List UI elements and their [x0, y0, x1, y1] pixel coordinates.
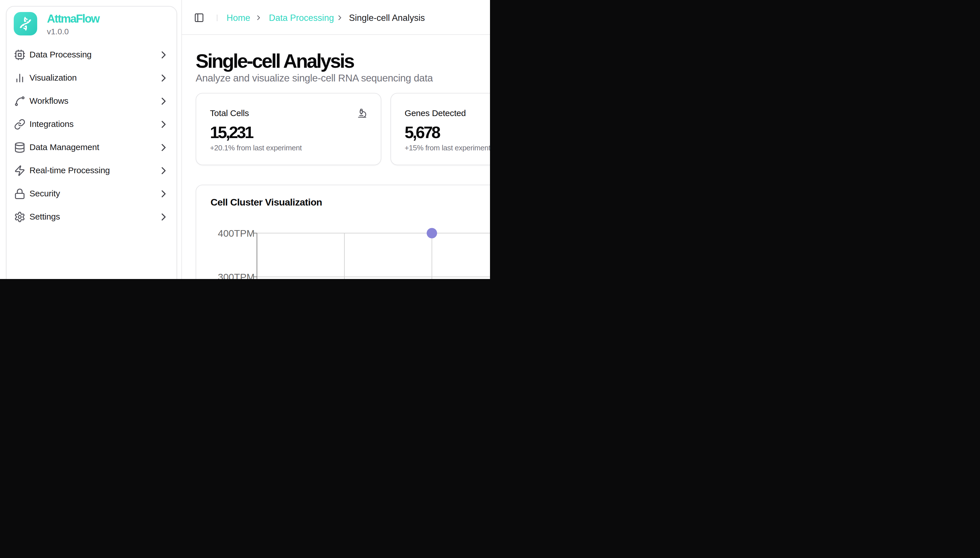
- svg-text:400TPM: 400TPM: [218, 228, 255, 239]
- svg-text:300TPM: 300TPM: [218, 272, 255, 279]
